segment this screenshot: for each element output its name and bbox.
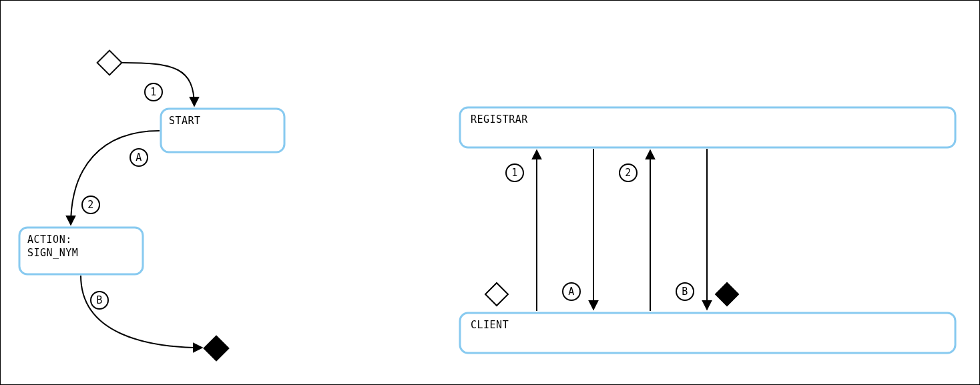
lane-registrar-label: REGISTRAR [471,113,528,125]
msg-2-label: 2 [625,167,632,179]
edge-B-label: B [96,294,103,306]
end-diamond-icon [204,336,229,361]
svg-rect-5 [460,313,955,353]
edge-2-label: 2 [87,199,94,211]
start-diamond-icon [97,51,122,75]
node-start: START [161,109,284,152]
svg-rect-3 [204,336,229,361]
lane-client: CLIENT [460,313,955,353]
node-action-label-line1: ACTION: [27,234,72,246]
svg-rect-6 [485,283,508,306]
msg-A-label: A [568,286,575,298]
msg-B-label: B [682,286,688,298]
node-action-label-line2: SIGN_NYM [27,247,78,259]
lane-registrar: REGISTRAR [460,107,955,147]
node-start-label: START [169,115,201,127]
seq-end-diamond-icon [716,283,738,306]
msg-1-label: 1 [511,167,518,179]
node-action: ACTION: SIGN_NYM [19,228,143,274]
svg-rect-0 [97,51,122,75]
edge-A-label: A [136,151,142,163]
edge-1-label: 1 [150,86,157,98]
lane-client-label: CLIENT [471,319,509,331]
svg-rect-7 [716,283,738,306]
svg-rect-4 [460,107,955,147]
edge-B-path [81,276,202,348]
diagram-frame: START ACTION: SIGN_NYM 1 A 2 B REGISTRAR… [0,0,980,385]
seq-start-diamond-icon [485,283,508,306]
